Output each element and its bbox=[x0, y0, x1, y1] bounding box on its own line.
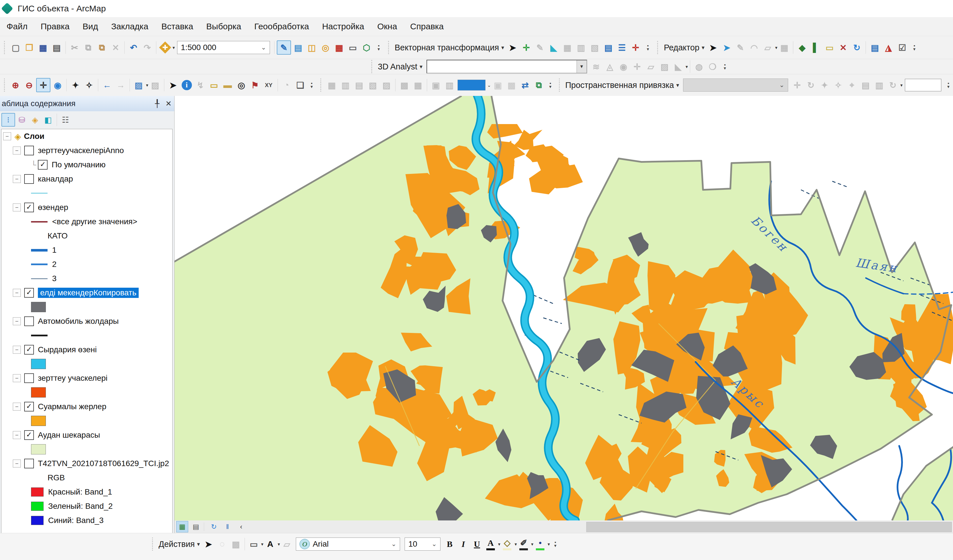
visibility-checkbox[interactable] bbox=[24, 459, 34, 469]
menu-4[interactable]: Закладка bbox=[104, 17, 155, 36]
endpoint-arc-icon[interactable]: ◠ bbox=[747, 41, 761, 54]
expander-icon[interactable]: − bbox=[13, 459, 21, 467]
zoom-out-icon[interactable]: ⊖ bbox=[22, 79, 36, 91]
sketch-properties-icon[interactable]: ☑ bbox=[896, 41, 909, 54]
point-icon[interactable]: ▦ bbox=[778, 41, 791, 54]
ia-layer2-icon[interactable]: ▥ bbox=[443, 79, 456, 91]
triangle-links-icon[interactable]: ◣ bbox=[547, 41, 560, 54]
add-data-dropdown[interactable]: ▾ bbox=[172, 45, 175, 50]
reshape-icon[interactable]: ▌ bbox=[809, 41, 822, 54]
toc-layer-каналдар[interactable]: −каналдар bbox=[2, 172, 172, 186]
visibility-checkbox[interactable]: ✓ bbox=[38, 160, 48, 170]
fill-color-button[interactable]: ◇ bbox=[501, 538, 514, 551]
ia-layer1-icon[interactable]: ▣ bbox=[429, 79, 442, 91]
identify-icon[interactable]: i bbox=[180, 79, 193, 91]
expander-icon[interactable]: − bbox=[13, 175, 21, 183]
cut-polygons-icon[interactable]: ▭ bbox=[823, 41, 836, 54]
steepest-path-icon[interactable]: ◬ bbox=[603, 60, 616, 73]
analyst3d-layer-combo[interactable]: ▼ bbox=[427, 60, 587, 73]
list-by-visibility-icon[interactable]: ◈ bbox=[29, 113, 41, 126]
layer-label[interactable]: зерттеу учаскелері bbox=[38, 374, 108, 383]
expander-icon[interactable]: − bbox=[13, 147, 21, 155]
ia-extent-icon[interactable]: ▧ bbox=[366, 79, 379, 91]
layer-label[interactable]: По умолчанию bbox=[51, 160, 106, 169]
fill-symbol-swatch[interactable] bbox=[31, 444, 46, 455]
marker-color-dropdown[interactable]: ▾ bbox=[548, 541, 550, 547]
modify-link-icon[interactable]: ✎ bbox=[533, 41, 546, 54]
layer-label[interactable]: 3 bbox=[52, 274, 57, 283]
fill-symbol-swatch[interactable] bbox=[31, 302, 46, 312]
toc-layer-аудан-шекарасы[interactable]: −✓Аудан шекарасы bbox=[2, 428, 172, 442]
layer-label[interactable]: елді мекендерКопировать bbox=[38, 288, 139, 298]
draw-actions-menu[interactable]: Действия▾ bbox=[158, 540, 200, 549]
toc-layer-1[interactable]: 1 bbox=[2, 243, 172, 257]
layout-view-button[interactable]: ▤ bbox=[190, 521, 202, 532]
toc-layer-зерттеу-учаскелері[interactable]: −зерттеу учаскелері bbox=[2, 371, 172, 385]
search-window-icon[interactable]: ◎ bbox=[319, 41, 332, 54]
menu-6[interactable]: Выборка bbox=[200, 17, 248, 36]
georeferencing-menu[interactable]: Пространственная привязка▾ bbox=[565, 80, 679, 90]
ia-color-swatch[interactable] bbox=[458, 80, 486, 90]
menu-9[interactable]: Окна bbox=[371, 17, 404, 36]
ia-pan-icon[interactable]: ▥ bbox=[339, 79, 352, 91]
georef-rotate-icon[interactable]: ↻ bbox=[804, 79, 818, 91]
toc-layer-зерттеуучаскелеріanno[interactable]: −зерттеуучаскелеріAnno bbox=[2, 144, 172, 158]
toolbar-drag-handle[interactable] bbox=[371, 60, 373, 73]
underline-button[interactable]: U bbox=[470, 538, 483, 551]
layer-label[interactable]: өзендер bbox=[38, 203, 68, 212]
fill-symbol-swatch[interactable] bbox=[31, 502, 43, 511]
undo-icon[interactable]: ↶ bbox=[127, 41, 140, 54]
interpolate-point-icon[interactable]: ✛ bbox=[631, 60, 644, 73]
visibility-checkbox[interactable]: ✓ bbox=[24, 402, 34, 411]
redo-icon[interactable]: ↷ bbox=[141, 41, 154, 54]
expander-icon[interactable]: − bbox=[3, 132, 11, 140]
toolbar-drag-handle[interactable] bbox=[320, 79, 322, 91]
draw-toolbar-overflow[interactable]: ▪▾ bbox=[551, 538, 559, 551]
list-by-drawing-order-icon[interactable]: ⁝ bbox=[2, 113, 15, 127]
layer-label[interactable]: Сырдария өзені bbox=[38, 345, 97, 354]
fill-symbol-swatch[interactable] bbox=[31, 487, 43, 497]
ia-zoom-icon[interactable]: ▦ bbox=[325, 79, 338, 91]
editor-toolbar-overflow[interactable]: ▪▾ bbox=[910, 41, 919, 54]
find-route-icon[interactable]: ⚑ bbox=[248, 79, 262, 91]
standard-toolbar-overflow[interactable]: ▪▾ bbox=[374, 41, 383, 54]
data-view-button[interactable]: ▦ bbox=[176, 521, 188, 532]
toc-layer-слои[interactable]: −◈Слои bbox=[2, 129, 172, 144]
edge-match-icon[interactable]: ☰ bbox=[615, 41, 629, 54]
toc-layer-елді-мекендеркопировать[interactable]: −✓елді мекендерКопировать bbox=[2, 286, 172, 300]
vector-transform-menu[interactable]: Векторная трансформация▾ bbox=[395, 43, 504, 53]
profile-graph-icon[interactable]: ▱ bbox=[644, 60, 657, 73]
toc-layer-3[interactable]: 3 bbox=[2, 271, 172, 286]
ia-hand-icon[interactable]: ▤ bbox=[352, 79, 366, 91]
attributes-icon[interactable]: ▤ bbox=[868, 41, 881, 54]
visibility-checkbox[interactable]: ✓ bbox=[24, 288, 34, 298]
python-window-icon[interactable]: ▭ bbox=[346, 41, 359, 54]
expander-icon[interactable]: − bbox=[13, 289, 21, 297]
grid-generate-icon[interactable]: ▦ bbox=[560, 41, 574, 54]
select-link-icon[interactable]: ➤ bbox=[506, 41, 519, 54]
map-canvas[interactable]: Боген Шаян Арыс bbox=[175, 96, 953, 520]
layer-label[interactable]: каналдар bbox=[38, 175, 73, 184]
toc-symbol-row[interactable] bbox=[2, 442, 172, 456]
surface-dropdown[interactable]: ▾ bbox=[686, 64, 688, 70]
new-displacement-link-icon[interactable]: ✛ bbox=[520, 41, 533, 54]
pause-drawing-button[interactable]: ‖ bbox=[222, 521, 233, 532]
fill-symbol-swatch[interactable] bbox=[31, 416, 46, 426]
add-data-icon[interactable]: ✚ bbox=[158, 41, 172, 54]
viewer-window-icon[interactable]: ❏ bbox=[293, 79, 307, 91]
font-combo[interactable]: OArial⌄ bbox=[296, 538, 400, 551]
fill-symbol-swatch[interactable] bbox=[31, 516, 43, 525]
layer-label[interactable]: <все другие значения> bbox=[52, 217, 137, 226]
ia-process2-icon[interactable]: ▩ bbox=[505, 79, 518, 91]
toolbar-drag-handle[interactable] bbox=[152, 538, 154, 551]
toc-layer--все-другие-значения-[interactable]: <все другие значения> bbox=[2, 215, 172, 229]
attribute-transfer-icon[interactable]: ✛ bbox=[629, 41, 642, 54]
close-icon[interactable]: ✕ bbox=[163, 98, 174, 109]
font-size-combo[interactable]: 10⌄ bbox=[405, 538, 441, 551]
zoom-in-icon[interactable]: ⊕ bbox=[9, 79, 22, 91]
arcglobe-icon[interactable]: ❍ bbox=[706, 60, 719, 73]
layer-label[interactable]: Автомобиль жолдары bbox=[38, 317, 119, 326]
paste-icon[interactable]: ⧉ bbox=[95, 41, 109, 54]
georef-value-input[interactable] bbox=[905, 79, 942, 91]
horizontal-scrollbar[interactable] bbox=[586, 522, 952, 532]
